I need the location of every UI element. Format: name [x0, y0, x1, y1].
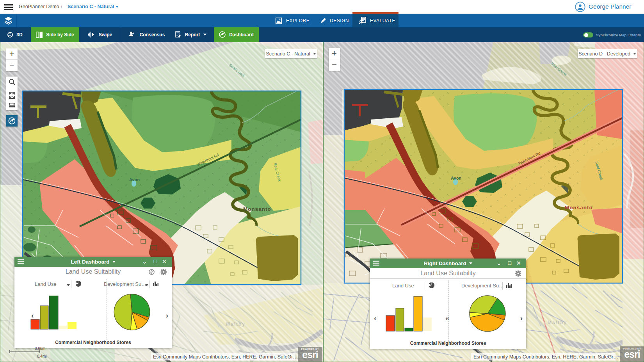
svg-text:Monsanto: Monsanto: [243, 206, 271, 212]
svg-text:Avon: Avon: [129, 177, 140, 182]
svg-text:0.4mi: 0.4mi: [37, 354, 46, 358]
svg-text:0.6km: 0.6km: [35, 346, 45, 351]
svg-text:Monsanto: Monsanto: [565, 205, 593, 210]
svg-text:Avon: Avon: [451, 176, 461, 180]
